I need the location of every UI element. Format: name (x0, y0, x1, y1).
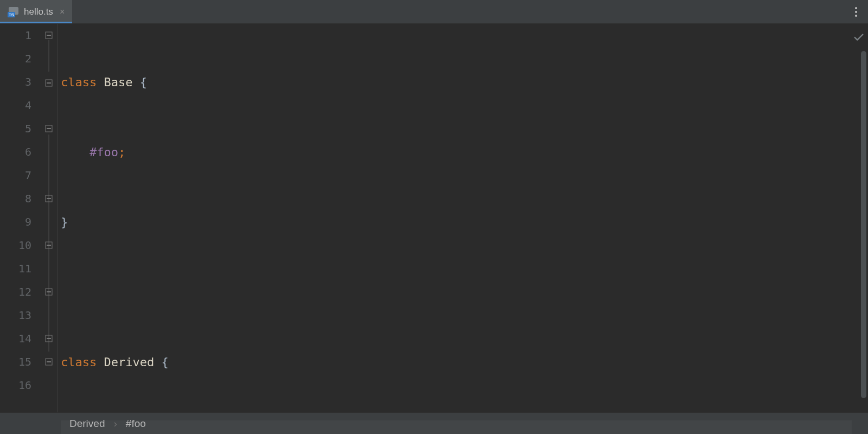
line-number: 2 (0, 47, 31, 71)
fold-end-icon (44, 240, 54, 250)
fold-toggle-icon[interactable] (44, 30, 54, 40)
line-number: 7 (0, 164, 31, 187)
line-number: 3 (0, 71, 31, 94)
close-tab-icon[interactable]: × (60, 7, 65, 17)
line-number: 12 (0, 280, 31, 304)
code-line-current[interactable]: #foo; (61, 420, 852, 434)
typescript-file-icon: TS (8, 6, 20, 18)
code-line[interactable]: class Base { (61, 71, 852, 94)
fold-end-icon (44, 78, 54, 88)
more-vertical-icon (855, 7, 857, 17)
line-number: 16 (0, 374, 31, 397)
line-number: 15 (0, 350, 31, 374)
line-number: 11 (0, 257, 31, 280)
fold-toggle-icon[interactable] (44, 287, 54, 297)
code-line[interactable] (61, 280, 852, 304)
fold-toggle-icon[interactable] (44, 124, 54, 133)
line-number: 5 (0, 117, 31, 141)
line-number: 1 (0, 24, 31, 47)
tab-bar-spacer (72, 0, 844, 23)
fold-end-icon (44, 334, 54, 343)
tab-bar-more-button[interactable] (844, 0, 868, 23)
line-number-gutter: 1 2 3 4 5 6 7 8 9 10 11 12 13 14 15 16 (0, 24, 41, 412)
line-number: 8 (0, 187, 31, 210)
line-number: 14 (0, 327, 31, 350)
line-number: 9 (0, 210, 31, 234)
intention-bulb-icon[interactable] (68, 426, 80, 434)
inspection-ok-icon[interactable] (853, 31, 865, 46)
vertical-scrollbar-thumb[interactable] (861, 51, 866, 398)
line-number: 13 (0, 304, 31, 327)
fold-gutter (41, 24, 58, 412)
code-editor[interactable]: 1 2 3 4 5 6 7 8 9 10 11 12 13 14 15 16 (0, 24, 868, 412)
code-line[interactable]: #foo; (61, 141, 852, 164)
svg-text:TS: TS (9, 12, 15, 17)
fold-toggle-icon[interactable] (44, 194, 54, 203)
editor-tab-bar: TS hello.ts × (0, 0, 868, 24)
editor-tab-hello-ts[interactable]: TS hello.ts × (0, 0, 72, 23)
code-line[interactable]: class Derived { (61, 350, 852, 374)
code-content[interactable]: class Base { #foo; } class Derived { #fo… (58, 24, 852, 412)
editor-right-gutter (852, 24, 868, 412)
line-number: 4 (0, 94, 31, 117)
code-line[interactable]: } (61, 210, 852, 234)
fold-end-icon (44, 357, 54, 367)
line-number: 6 (0, 141, 31, 164)
fold-guide (48, 40, 49, 72)
tab-filename: hello.ts (24, 7, 53, 17)
line-number: 10 (0, 234, 31, 257)
